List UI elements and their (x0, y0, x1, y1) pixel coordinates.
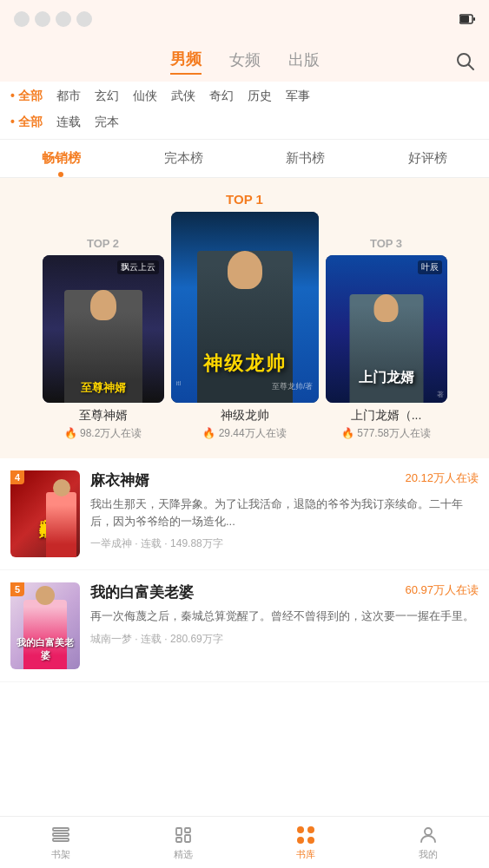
list-item[interactable]: 5 我的白富美老婆 我的白富美老婆 60.97万人在读 再一次侮蔑之后，秦城总算… (0, 570, 489, 682)
nav-discover-label: 精选 (174, 848, 193, 861)
svg-rect-5 (53, 828, 69, 831)
genre-scifi[interactable]: 奇幻 (209, 89, 234, 104)
header-tabs: 男频 女频 出版 (0, 45, 489, 82)
top1-badge: TOP 1 (226, 192, 263, 207)
search-button[interactable] (456, 52, 475, 75)
svg-rect-10 (176, 838, 182, 842)
list-info-5: 我的白富美老婆 60.97万人在读 再一次侮蔑之后，秦城总算觉醒了。曾经不曾得到… (90, 582, 479, 647)
top3-readers: 🔥 577.58万人在读 (341, 426, 431, 441)
svg-rect-9 (185, 828, 190, 832)
cover5-title: 我的白富美老婆 (10, 636, 80, 662)
search-icon (456, 52, 475, 71)
rank-badge-4: 4 (10, 470, 24, 484)
list-title-row-5: 我的白富美老婆 60.97万人在读 (90, 582, 479, 602)
nav-shelf-label: 书架 (51, 848, 70, 861)
list-title-5: 我的白富美老婆 (90, 582, 194, 602)
ranking-tabs: 畅销榜 完本榜 新书榜 好评榜 (0, 140, 489, 178)
status-dot (14, 11, 30, 27)
rank-badge-5: 5 (10, 582, 24, 596)
status-right (459, 14, 475, 24)
top3-author-name: 著 (437, 390, 444, 399)
status-complete[interactable]: 完本 (95, 115, 119, 130)
top2-readers: 🔥 98.2万人在读 (64, 426, 142, 441)
discover-icon (173, 825, 194, 845)
status-bar (0, 0, 489, 38)
nav-discover[interactable]: 精选 (122, 819, 245, 866)
nav-profile[interactable]: 我的 (367, 819, 489, 866)
top2-author-badge: 飘云上云 (117, 260, 159, 274)
top1-title: 神级龙帅 (221, 408, 269, 424)
status-filter: 全部 连载 完本 (0, 111, 489, 139)
list-desc-5: 再一次侮蔑之后，秦城总算觉醒了。曾经不曾得到的，这次要一一握在手里。 (90, 608, 479, 625)
status-dot (76, 11, 92, 27)
status-ongoing[interactable]: 连载 (56, 115, 81, 130)
top2-cover: 飘云上云 至尊神婿 (43, 255, 164, 403)
svg-rect-2 (473, 17, 475, 21)
battery-icon (459, 14, 475, 24)
status-dot (35, 11, 50, 27)
list-info-4: 麻衣神婿 20.12万人在读 我出生那天，天降异象。为了让我活命，退隐的爷爷为我… (90, 470, 479, 551)
nav-shelf[interactable]: 书架 (0, 819, 122, 866)
svg-point-15 (307, 837, 314, 844)
genre-history[interactable]: 历史 (248, 89, 272, 104)
top2-badge: TOP 2 (87, 237, 119, 250)
fire-icon: 🔥 (64, 427, 77, 439)
nav-library[interactable]: 书库 (245, 819, 367, 866)
svg-point-13 (307, 826, 314, 833)
svg-line-4 (469, 65, 474, 70)
ranking-tab-toprated[interactable]: 好评榜 (367, 140, 489, 177)
list-readers-5: 60.97万人在读 (405, 582, 479, 598)
ranking-tab-complete[interactable]: 完本榜 (122, 140, 245, 177)
ranking-tab-newbook[interactable]: 新书榜 (245, 140, 367, 177)
list-item[interactable]: 4 麻衣神婿 麻衣神婿 20.12万人在读 我出生那天，天降异象。为了让我活命，… (0, 458, 489, 570)
top3-section: TOP 2 飘云上云 至尊神婿 至尊神婿 🔥 98.2万人在读 TOP 1 神级… (0, 178, 489, 458)
list-meta-4: 一举成神 · 连载 · 149.88万字 (90, 536, 479, 551)
top1-card[interactable]: TOP 1 神级龙帅 itl 至尊龙帅/著 神级龙帅 🔥 29.44万人在读 (171, 192, 319, 441)
list-title-4: 麻衣神婿 (90, 470, 149, 490)
ranking-tab-bestseller[interactable]: 畅销榜 (0, 140, 122, 177)
list-desc-4: 我出生那天，天降异象。为了让我活命，退隐的爷爷为我订亲续命。二十年后，因为爷爷给… (90, 496, 479, 529)
top1-cover-sub: itl (176, 379, 182, 387)
top3-title: 上门龙婿（... (351, 408, 422, 424)
top3-card[interactable]: TOP 3 叶辰 上门龙婿 著 上门龙婿（... 🔥 577.58万人在读 (326, 237, 447, 441)
top1-author: 至尊龙帅/著 (272, 381, 314, 392)
tab-male[interactable]: 男频 (170, 49, 202, 75)
top1-cover: 神级龙帅 itl 至尊龙帅/著 (171, 212, 319, 403)
genre-xianxia[interactable]: 仙侠 (133, 89, 157, 104)
top3-badge: TOP 3 (370, 237, 402, 250)
top1-readers: 🔥 29.44万人在读 (202, 426, 286, 441)
fire-icon: 🔥 (202, 427, 215, 439)
top3-author-badge: 叶辰 (418, 260, 442, 274)
top3-cover-title: 上门龙婿 (326, 369, 447, 387)
list-title-row-4: 麻衣神婿 20.12万人在读 (90, 470, 479, 490)
rank-cover-5: 5 我的白富美老婆 (10, 582, 80, 669)
shelf-icon (50, 825, 71, 845)
svg-rect-7 (53, 838, 69, 841)
status-dot (56, 11, 71, 27)
bottom-nav: 书架 精选 书库 (0, 816, 489, 868)
fire-icon: 🔥 (341, 427, 354, 439)
header: 男频 女频 出版 (0, 38, 489, 82)
rank-cover-4: 4 麻衣神婿 (10, 470, 80, 557)
status-indicators (14, 11, 92, 27)
genre-military[interactable]: 军事 (286, 89, 310, 104)
genre-all[interactable]: 全部 (10, 89, 43, 104)
tab-female[interactable]: 女频 (229, 49, 261, 74)
svg-point-16 (425, 828, 432, 835)
top2-cover-title: 至尊神婿 (43, 380, 164, 396)
top2-card[interactable]: TOP 2 飘云上云 至尊神婿 至尊神婿 🔥 98.2万人在读 (43, 237, 164, 441)
status-all[interactable]: 全部 (10, 115, 43, 130)
list-readers-4: 20.12万人在读 (405, 470, 479, 486)
svg-rect-1 (460, 16, 469, 23)
genre-city[interactable]: 都市 (56, 89, 81, 104)
top3-cover: 叶辰 上门龙婿 著 (326, 255, 447, 403)
genre-wuxia[interactable]: 武侠 (171, 89, 195, 104)
tab-publish[interactable]: 出版 (288, 49, 320, 74)
svg-rect-8 (176, 828, 182, 835)
top1-cover-title: 神级龙帅 (171, 351, 319, 377)
genre-row: 全部 都市 玄幻 仙侠 武侠 奇幻 历史 军事 (0, 82, 489, 111)
genre-fantasy[interactable]: 玄幻 (95, 89, 119, 104)
svg-rect-6 (53, 833, 69, 836)
nav-library-label: 书库 (296, 848, 315, 861)
profile-icon (418, 825, 439, 845)
